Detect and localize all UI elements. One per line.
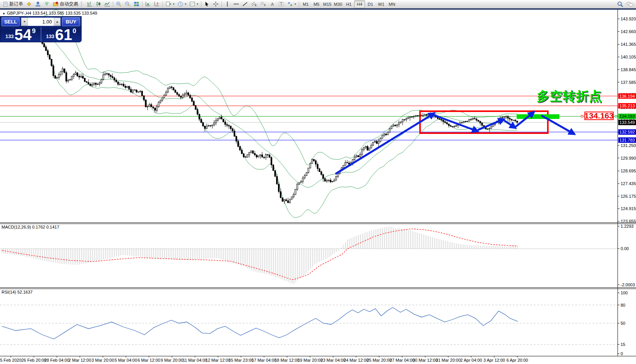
sell-button[interactable]: SELL: [2, 17, 20, 26]
fibonacci-button[interactable]: F: [259, 0, 268, 8]
crosshair-button[interactable]: [211, 0, 220, 8]
signals-button[interactable]: [42, 0, 51, 8]
turning-point-annotation[interactable]: 多空转折点: [537, 88, 602, 105]
buy-button[interactable]: BUY: [62, 17, 80, 26]
new-order-button[interactable]: 新订单: [1, 0, 25, 8]
dropdown-arrow-icon: ▾: [295, 2, 296, 6]
symbol-marker-icon: ▲: [2, 12, 5, 15]
crosshair-icon: [213, 1, 219, 7]
svg-text:128.695: 128.695: [621, 169, 636, 173]
svg-text:100: 100: [621, 291, 628, 295]
new-order-label: 新订单: [9, 1, 23, 7]
macd-pane-title: MACD(12,26,9) 0.1762 0.1417: [2, 225, 59, 229]
community-button[interactable]: [33, 0, 42, 8]
volume-up-button[interactable]: ▲: [54, 18, 60, 26]
history-center-button[interactable]: [25, 0, 33, 8]
timeframe-M1[interactable]: M1: [300, 0, 311, 8]
profiles-button[interactable]: ▾: [176, 0, 188, 8]
new-chart-button[interactable]: ▾: [164, 0, 176, 8]
timeframe-H4[interactable]: H4: [354, 0, 365, 8]
auto-scroll-button[interactable]: [144, 0, 152, 8]
vertical-line-button[interactable]: [223, 0, 232, 8]
svg-text:135.213: 135.213: [619, 104, 635, 108]
clock-icon: [177, 1, 183, 7]
svg-text:5 Mar 04:00: 5 Mar 04:00: [115, 358, 137, 362]
volume-down-button[interactable]: ▼: [21, 18, 28, 26]
chart-shift-icon: [154, 1, 160, 7]
horizontal-line-button[interactable]: [232, 0, 241, 8]
volume-value[interactable]: 1.00: [28, 18, 54, 26]
indicators-button[interactable]: ▾: [188, 0, 200, 8]
svg-text:140.105: 140.105: [621, 55, 636, 59]
timeframe-W1[interactable]: W1: [376, 0, 387, 8]
equidistant-channel-button[interactable]: E: [249, 0, 259, 8]
chart-canvas[interactable]: 143.920142.660141.365140.105138.845137.5…: [0, 0, 636, 364]
timeframe-M30[interactable]: M30: [333, 0, 343, 8]
svg-text:E: E: [255, 4, 257, 7]
indicators-icon: [189, 1, 195, 7]
bid-price: 133 54 9: [0, 27, 41, 42]
svg-text:5 Feb 2020: 5 Feb 2020: [0, 358, 22, 362]
svg-text:141.365: 141.365: [621, 42, 636, 47]
cursor-button[interactable]: [203, 0, 211, 8]
candle-chart-button[interactable]: [94, 0, 103, 8]
timeframe-M15[interactable]: M15: [322, 0, 333, 8]
toolbar-separator: [162, 1, 163, 7]
rsi-pane-title: RSI(14) 52.1637: [2, 290, 33, 294]
bid-big-figure: 133: [5, 33, 14, 39]
zoom-out-button[interactable]: [123, 0, 132, 8]
text-label-button[interactable]: T: [277, 0, 286, 8]
text-button[interactable]: A: [268, 0, 277, 8]
timeframe-MN[interactable]: MN: [387, 0, 397, 8]
timeframe-D1[interactable]: D1: [365, 0, 376, 8]
ask-price: 133 61 0: [41, 27, 82, 42]
window-edge: [0, 8, 636, 10]
shapes-button[interactable]: ▾: [286, 0, 298, 8]
zoom-in-button[interactable]: [114, 0, 123, 8]
svg-text:124.915: 124.915: [621, 206, 636, 211]
autotrading-icon: [53, 1, 59, 7]
zoom-out-icon: [125, 1, 131, 7]
dropdown-arrow-icon: ▾: [185, 2, 186, 6]
bar-chart-button[interactable]: [85, 0, 94, 8]
timeframe-H1[interactable]: H1: [343, 0, 354, 8]
signal-icon: [44, 1, 50, 7]
timeframe-M5[interactable]: M5: [311, 0, 322, 8]
svg-text:136.194: 136.194: [619, 94, 635, 99]
svg-text:50: 50: [621, 321, 625, 326]
svg-text:27 Mar 04:00: 27 Mar 04:00: [390, 358, 415, 362]
toolbar-separator: [113, 1, 113, 7]
chart-shift-button[interactable]: [152, 0, 161, 8]
svg-text:127.435: 127.435: [621, 181, 636, 186]
chat-button[interactable]: [625, 0, 635, 8]
price-tag-label[interactable]: 134.163: [584, 112, 614, 120]
mt4-window: 新订单 自动交易: [0, 0, 636, 364]
candle-chart-icon: [95, 1, 101, 7]
svg-text:131.250: 131.250: [621, 143, 636, 148]
svg-text:-2.0003: -2.0003: [621, 282, 635, 287]
svg-text:15 Mar 23:00: 15 Mar 23:00: [229, 358, 254, 362]
svg-text:30 Mar 12:00: 30 Mar 12:00: [413, 358, 438, 362]
tile-windows-button[interactable]: [132, 0, 141, 8]
toolbar-separator: [221, 1, 222, 7]
svg-text:138.845: 138.845: [621, 67, 636, 72]
svg-text:142.660: 142.660: [621, 29, 636, 34]
line-chart-button[interactable]: [103, 0, 112, 8]
shapes-icon: [287, 1, 293, 7]
search-button[interactable]: [616, 0, 625, 8]
svg-text:12 Mar 12:00: 12 Mar 12:00: [206, 358, 231, 362]
svg-text:137.585: 137.585: [621, 80, 636, 85]
toolbar-separator: [142, 1, 142, 7]
svg-text:143.920: 143.920: [621, 17, 636, 21]
zoom-in-icon: [116, 1, 122, 7]
svg-text:6 Apr 20:00: 6 Apr 20:00: [506, 358, 528, 362]
cursor-icon: [204, 1, 210, 7]
trendline-button[interactable]: [241, 0, 249, 8]
autotrading-button[interactable]: 自动交易: [51, 0, 80, 8]
price-tag-handle[interactable]: [581, 115, 583, 117]
line-anchor-handle[interactable]: [615, 115, 617, 117]
bid-pip: 9: [32, 27, 35, 35]
svg-text:2 Apr 04:00: 2 Apr 04:00: [460, 358, 482, 362]
text-label-icon: T: [278, 1, 284, 7]
svg-text:80: 80: [621, 303, 625, 307]
